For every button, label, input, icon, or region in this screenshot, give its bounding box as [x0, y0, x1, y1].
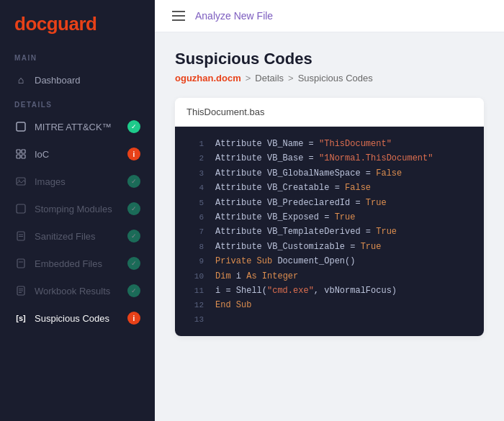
- sidebar-item-label: Dashboard: [35, 75, 140, 86]
- main-content: Analyze New File Suspicious Codes oguzha…: [155, 0, 504, 421]
- breadcrumb-file[interactable]: oguzhan.docm: [175, 73, 241, 83]
- svg-rect-5: [17, 178, 25, 185]
- code-line: 7Attribute VB_TemplateDerived = True: [175, 225, 484, 239]
- sidebar-item-label: IoC: [35, 149, 120, 160]
- images-icon: [14, 175, 27, 188]
- sidebar-section-details: DETAILS: [0, 94, 155, 113]
- page-content: Suspicious Codes oguzhan.docm > Details …: [155, 32, 504, 421]
- sidebar-item-label: MITRE ATT&CK™: [35, 122, 120, 132]
- line-number: 10: [186, 270, 204, 284]
- line-content: Attribute VB_PredeclaredId = True: [215, 196, 387, 210]
- svg-rect-4: [22, 155, 25, 158]
- sidebar-item-label: Suspicious Codes: [35, 313, 120, 324]
- sidebar-section-main: MAIN: [0, 47, 155, 66]
- code-line: 12End Sub: [175, 298, 484, 312]
- code-line: 11i = Shell("cmd.exe", vbNormalFocus): [175, 284, 484, 298]
- code-card: ThisDocument.bas 1Attribute VB_Name = "T…: [175, 98, 484, 336]
- line-content: Attribute VB_Exposed = True: [215, 210, 355, 225]
- check-badge: ✓: [127, 284, 140, 297]
- info-badge: i: [127, 312, 140, 325]
- breadcrumb-current: Suspicious Codes: [298, 73, 373, 83]
- code-card-filename: ThisDocument.bas: [175, 98, 484, 127]
- embedded-icon: [14, 257, 27, 270]
- code-line: 9Private Sub Document_Open(): [175, 254, 484, 268]
- line-number: 12: [186, 299, 204, 312]
- svg-rect-1: [17, 150, 20, 153]
- line-number: 8: [186, 240, 204, 254]
- workbook-icon: [14, 284, 27, 297]
- stomping-icon: [14, 202, 27, 215]
- svg-rect-0: [17, 122, 25, 131]
- check-badge: ✓: [127, 230, 140, 243]
- mitre-icon: [14, 120, 27, 133]
- topbar-title: Analyze New File: [195, 10, 273, 22]
- line-number: 6: [186, 211, 204, 225]
- sidebar-item-dashboard[interactable]: ⌂ Dashboard: [0, 66, 155, 94]
- line-content: Attribute VB_TemplateDerived = True: [215, 225, 397, 239]
- svg-rect-3: [17, 155, 20, 158]
- check-badge: ✓: [127, 120, 140, 133]
- sidebar-item-label: Embedded Files: [35, 258, 120, 269]
- line-content: Attribute VB_Creatable = False: [215, 181, 371, 195]
- line-content: Attribute VB_Customizable = True: [215, 240, 381, 254]
- sidebar-item-label: Images: [35, 176, 120, 187]
- check-badge: ✓: [127, 175, 140, 188]
- sidebar-item-label: Sanitized Files: [35, 231, 120, 242]
- page-title: Suspicious Codes: [175, 50, 484, 68]
- code-line: 13: [175, 313, 484, 327]
- suspicious-icon: [s]: [14, 312, 27, 325]
- ioc-icon: [14, 148, 27, 160]
- svg-rect-11: [17, 259, 24, 268]
- line-content: i = Shell("cmd.exe", vbNormalFocus): [215, 284, 397, 298]
- code-line: 6Attribute VB_Exposed = True: [175, 210, 484, 225]
- code-line: 1Attribute VB_Name = "ThisDocument": [175, 137, 484, 151]
- line-number: 9: [186, 255, 204, 268]
- sanitized-icon: [14, 230, 27, 243]
- check-badge: ✓: [127, 257, 140, 270]
- code-line: 8Attribute VB_Customizable = True: [175, 240, 484, 254]
- code-line: 5Attribute VB_PredeclaredId = True: [175, 196, 484, 210]
- breadcrumb-sep2: >: [288, 73, 294, 83]
- check-badge: ✓: [127, 202, 140, 215]
- svg-rect-7: [17, 204, 25, 213]
- code-line: 3Attribute VB_GlobalNameSpace = False: [175, 166, 484, 181]
- line-content: Attribute VB_Base = "1Normal.ThisDocumen…: [215, 151, 433, 166]
- info-badge: i: [127, 148, 140, 160]
- sidebar-item-stomping[interactable]: Stomping Modules ✓: [0, 195, 155, 222]
- dashboard-icon: ⌂: [14, 73, 27, 86]
- breadcrumb: oguzhan.docm > Details > Suspicious Code…: [175, 73, 484, 83]
- sidebar-item-label: Workbook Results: [35, 286, 120, 296]
- code-line: 10Dim i As Integer: [175, 269, 484, 284]
- line-content: Attribute VB_GlobalNameSpace = False: [215, 166, 402, 181]
- line-number: 7: [186, 225, 204, 239]
- line-number: 2: [186, 152, 204, 166]
- line-content: Dim i As Integer: [215, 269, 298, 284]
- sidebar: docguard MAIN ⌂ Dashboard DETAILS MITRE …: [0, 0, 155, 421]
- sidebar-item-workbook[interactable]: Workbook Results ✓: [0, 277, 155, 304]
- breadcrumb-sep1: >: [246, 73, 251, 83]
- sidebar-item-sanitized[interactable]: Sanitized Files ✓: [0, 222, 155, 250]
- topbar: Analyze New File: [155, 0, 504, 32]
- code-line: 2Attribute VB_Base = "1Normal.ThisDocume…: [175, 151, 484, 166]
- sidebar-item-ioc[interactable]: IoC i: [0, 140, 155, 168]
- sidebar-item-embedded[interactable]: Embedded Files ✓: [0, 250, 155, 277]
- svg-point-6: [19, 180, 20, 181]
- line-number: 13: [186, 313, 204, 327]
- line-number: 5: [186, 196, 204, 210]
- sidebar-item-suspicious[interactable]: [s] Suspicious Codes i: [0, 304, 155, 332]
- code-block[interactable]: 1Attribute VB_Name = "ThisDocument"2Attr…: [175, 127, 484, 336]
- line-content: Private Sub Document_Open(): [215, 254, 355, 268]
- line-number: 4: [186, 181, 204, 195]
- breadcrumb-details: Details: [255, 73, 284, 83]
- logo: docguard: [0, 0, 155, 47]
- code-line: 4Attribute VB_Creatable = False: [175, 181, 484, 195]
- line-number: 3: [186, 167, 204, 181]
- line-number: 11: [186, 284, 204, 298]
- line-content: End Sub: [215, 298, 251, 312]
- sidebar-item-mitre[interactable]: MITRE ATT&CK™ ✓: [0, 113, 155, 140]
- svg-rect-2: [22, 150, 25, 153]
- menu-button[interactable]: [172, 11, 185, 21]
- sidebar-item-label: Stomping Modules: [35, 204, 120, 214]
- line-number: 1: [186, 137, 204, 151]
- sidebar-item-images[interactable]: Images ✓: [0, 168, 155, 195]
